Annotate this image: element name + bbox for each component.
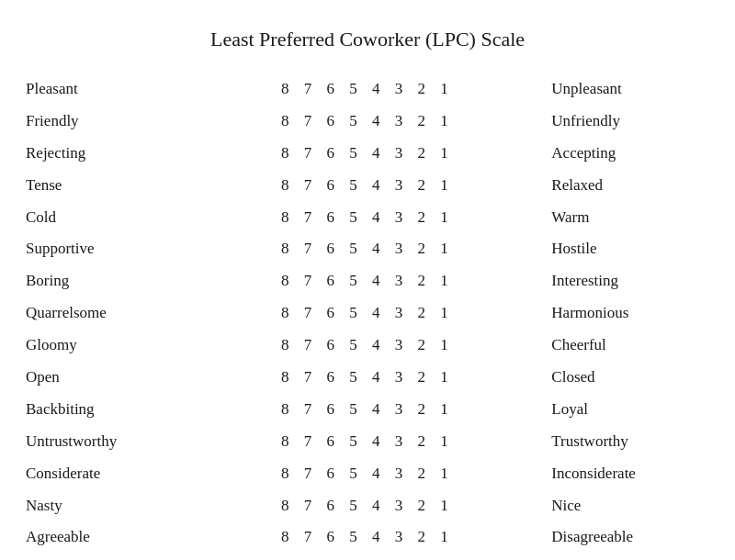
left-label: Considerate: [18, 458, 211, 490]
table-row: Cold8 7 6 5 4 3 2 1Warm: [18, 202, 717, 234]
left-label: Agreeable: [18, 521, 211, 554]
scale-values: 8 7 6 5 4 3 2 1: [211, 330, 525, 362]
right-label: Harmonious: [524, 297, 717, 330]
left-label: Cold: [18, 202, 211, 234]
right-label: Accepting: [524, 138, 717, 170]
right-label: Relaxed: [524, 170, 717, 202]
table-row: Rejecting8 7 6 5 4 3 2 1Accepting: [18, 138, 717, 170]
right-label: Trustworthy: [524, 426, 717, 458]
right-label: Warm: [524, 202, 717, 234]
right-label: Loyal: [524, 394, 717, 426]
table-row: Open8 7 6 5 4 3 2 1Closed: [18, 362, 717, 394]
scale-values: 8 7 6 5 4 3 2 1: [211, 106, 525, 138]
table-row: Gloomy8 7 6 5 4 3 2 1Cheerful: [18, 330, 717, 362]
scale-values: 8 7 6 5 4 3 2 1: [211, 170, 525, 202]
scale-values: 8 7 6 5 4 3 2 1: [211, 73, 525, 106]
scale-values: 8 7 6 5 4 3 2 1: [211, 138, 525, 170]
left-label: Gloomy: [18, 330, 211, 362]
left-label: Open: [18, 362, 211, 394]
table-row: Backbiting8 7 6 5 4 3 2 1Loyal: [18, 394, 717, 426]
left-label: Tense: [18, 170, 211, 202]
table-row: Insincere8 7 6 5 4 3 2 1Sincere: [18, 554, 717, 560]
scale-values: 8 7 6 5 4 3 2 1: [211, 202, 525, 234]
left-label: Backbiting: [18, 394, 211, 426]
scale-values: 8 7 6 5 4 3 2 1: [211, 297, 525, 330]
table-row: Considerate8 7 6 5 4 3 2 1Inconsiderate: [18, 458, 717, 490]
right-label: Unfriendly: [524, 106, 717, 138]
right-label: Inconsiderate: [524, 458, 717, 490]
table-row: Friendly8 7 6 5 4 3 2 1Unfriendly: [18, 106, 717, 138]
left-label: Rejecting: [18, 138, 211, 170]
right-label: Disagreeable: [524, 521, 717, 554]
left-label: Boring: [18, 265, 211, 297]
right-label: Sincere: [524, 554, 717, 560]
scale-values: 8 7 6 5 4 3 2 1: [211, 458, 525, 490]
left-label: Insincere: [18, 554, 211, 560]
right-label: Hostile: [524, 233, 717, 265]
scale-values: 8 7 6 5 4 3 2 1: [211, 554, 525, 560]
table-row: Tense8 7 6 5 4 3 2 1Relaxed: [18, 170, 717, 202]
table-row: Boring8 7 6 5 4 3 2 1Interesting: [18, 265, 717, 297]
left-label: Untrustworthy: [18, 426, 211, 458]
scale-values: 8 7 6 5 4 3 2 1: [211, 394, 525, 426]
left-label: Nasty: [18, 490, 211, 522]
table-row: Pleasant8 7 6 5 4 3 2 1Unpleasant: [18, 73, 717, 106]
left-label: Supportive: [18, 233, 211, 265]
left-label: Quarrelsome: [18, 297, 211, 330]
right-label: Closed: [524, 362, 717, 394]
table-row: Quarrelsome8 7 6 5 4 3 2 1Harmonious: [18, 297, 717, 330]
right-label: Cheerful: [524, 330, 717, 362]
scale-values: 8 7 6 5 4 3 2 1: [211, 490, 525, 522]
table-row: Supportive8 7 6 5 4 3 2 1Hostile: [18, 233, 717, 265]
right-label: Interesting: [524, 265, 717, 297]
left-label: Friendly: [18, 106, 211, 138]
lpc-scale-table: Pleasant8 7 6 5 4 3 2 1UnpleasantFriendl…: [18, 73, 717, 560]
scale-values: 8 7 6 5 4 3 2 1: [211, 265, 525, 297]
page-title: Least Preferred Coworker (LPC) Scale: [210, 28, 525, 51]
scale-values: 8 7 6 5 4 3 2 1: [211, 426, 525, 458]
right-label: Unpleasant: [524, 73, 717, 106]
table-row: Untrustworthy8 7 6 5 4 3 2 1Trustworthy: [18, 426, 717, 458]
table-row: Nasty8 7 6 5 4 3 2 1Nice: [18, 490, 717, 522]
right-label: Nice: [524, 490, 717, 522]
scale-values: 8 7 6 5 4 3 2 1: [211, 233, 525, 265]
scale-values: 8 7 6 5 4 3 2 1: [211, 521, 525, 554]
left-label: Pleasant: [18, 73, 211, 106]
scale-values: 8 7 6 5 4 3 2 1: [211, 362, 525, 394]
table-row: Agreeable8 7 6 5 4 3 2 1Disagreeable: [18, 521, 717, 554]
